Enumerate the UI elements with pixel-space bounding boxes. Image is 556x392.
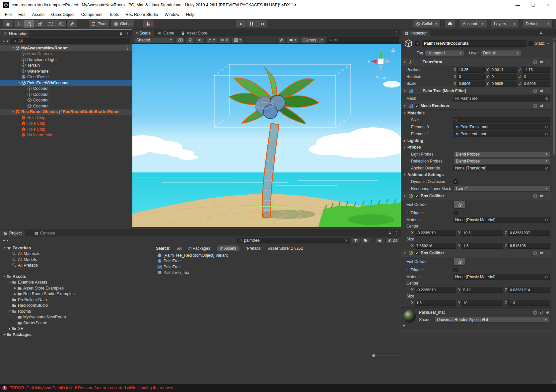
tab-hierarchy[interactable]: Hierarchy — [0, 31, 29, 37]
hierarchy-search-input[interactable]: All — [11, 38, 130, 44]
rotation-x-field[interactable]: 0 — [457, 74, 485, 80]
kebab-menu-icon[interactable]: ⋮ — [546, 60, 550, 64]
project-folder-probuilder-data[interactable]: ProBuilder Data — [0, 297, 153, 303]
slider-knob[interactable] — [372, 354, 375, 357]
move-tool-button[interactable] — [13, 20, 24, 28]
menu-gameobject[interactable]: GameObject — [48, 10, 78, 19]
scroll-up-icon[interactable]: ▲ — [552, 37, 556, 40]
prefab-filter-tag[interactable]: 'Prefabs' — [246, 246, 261, 251]
lighting-toggle-button[interactable] — [186, 37, 194, 43]
menu-edit[interactable]: Edit — [15, 10, 29, 19]
grid-snap-button[interactable] — [143, 20, 154, 28]
scale-y-field[interactable]: 0.9905 — [490, 81, 518, 87]
cloud-button[interactable] — [445, 20, 456, 28]
scene-camera-dropdown[interactable]: ▼ — [287, 37, 299, 43]
kebab-menu-icon[interactable]: ⋮ — [126, 31, 130, 36]
is-trigger-checkbox[interactable] — [453, 268, 458, 272]
rotation-y-field[interactable]: 0 — [490, 74, 518, 80]
expand-arrow-icon[interactable]: ▼ — [3, 246, 7, 249]
shading-mode-dropdown[interactable]: Shaded▼ — [134, 37, 174, 43]
center-z-field[interactable]: 0.03581214 — [508, 287, 550, 293]
expand-arrow-icon[interactable]: ▼ — [17, 81, 21, 84]
probes-foldout[interactable]: ▼Probes — [401, 144, 552, 151]
component-enabled-checkbox[interactable]: ✓ — [415, 104, 419, 108]
object-picker-icon[interactable]: ⊙ — [545, 275, 548, 279]
scene-search-input[interactable]: All — [327, 37, 399, 43]
tag-dropdown[interactable]: Untagged▼ — [425, 50, 464, 56]
hierarchy-item-rec-room-objects-recroomstudiostarterroom[interactable]: ▼Rec Room Objects (^RecRoomStudioStarter… — [0, 109, 132, 115]
presets-icon[interactable]: ⇄ — [540, 103, 543, 108]
hierarchy-item-role-chip[interactable]: Role Chip — [0, 121, 132, 127]
center-y-field[interactable]: 10.5 — [461, 230, 503, 236]
search-by-type-button[interactable] — [352, 237, 360, 243]
maximize-button[interactable]: □ — [525, 0, 541, 10]
asset-store-count[interactable]: Asset Store: 27/252 — [268, 246, 303, 251]
materials-size-field[interactable]: 2 — [453, 117, 550, 123]
rendering-layer-dropdown[interactable]: Layer1▼ — [453, 186, 550, 192]
foldout-arrow-icon[interactable]: ▼ — [403, 252, 407, 255]
search-scope-in-packages[interactable]: In Packages — [188, 246, 210, 251]
tab-asset-store[interactable]: Asset Store — [177, 30, 211, 36]
mesh-renderer-component-header[interactable]: ▼ ✓ Mesh Renderer ?⇄⋮ — [401, 102, 552, 110]
tab-project[interactable]: Project — [0, 230, 25, 236]
hand-tool-button[interactable] — [3, 20, 13, 28]
scale-z-field[interactable]: 0.9905 — [522, 81, 550, 87]
scrollbar-thumb[interactable] — [553, 42, 555, 155]
layer-dropdown[interactable]: Default▼ — [481, 50, 521, 56]
project-folder-asset-store-examples[interactable]: ▶Asset Store Examples — [0, 285, 153, 291]
center-y-field[interactable]: 5.12 — [461, 287, 503, 293]
project-folder-packages[interactable]: ▶Packages — [0, 332, 153, 338]
create-menu-button[interactable]: +▼ — [2, 38, 10, 44]
gear-icon[interactable]: ⚙ — [546, 310, 549, 315]
size-y-field[interactable]: 10 — [461, 300, 503, 306]
tab-console[interactable]: Console — [31, 230, 58, 236]
project-folder-myawesomenewroom[interactable]: MyAwesomeNewRoom — [0, 314, 153, 320]
hierarchy-item-coconut[interactable]: Coconut — [0, 86, 132, 92]
presets-icon[interactable]: ⇄ — [540, 89, 543, 93]
hierarchy-item-role-chip[interactable]: Role Chip — [0, 126, 132, 132]
menu-help[interactable]: Help — [183, 10, 198, 19]
result-palmtree-recroomobject-variant[interactable]: [PalmTree_RecRoomObject] Variant — [153, 252, 401, 258]
active-checkbox[interactable]: ✓ — [415, 41, 420, 46]
grid-visual-dropdown[interactable]: ▼ — [232, 37, 243, 43]
object-picker-icon[interactable]: ⊙ — [545, 125, 548, 129]
kebab-menu-icon[interactable]: ⋮ — [394, 230, 398, 235]
foldout-arrow-icon[interactable]: ▼ — [403, 104, 407, 107]
reflection-probes-dropdown[interactable]: Blend Probes▼ — [453, 158, 550, 164]
menu-component[interactable]: Component — [78, 10, 106, 19]
box-collider-component-header[interactable]: ▼ ✓ Box Collider ?⇄⋮ — [401, 249, 552, 257]
element-0-object-field[interactable]: PalmTrunk_mat⊙ — [453, 124, 550, 130]
search-by-label-button[interactable] — [362, 237, 370, 243]
favorites-root[interactable]: ▼Favorites — [0, 245, 153, 251]
hierarchy-item-myawesomenewroom[interactable]: ▼MyAwesomeNewRoom*⋮ — [0, 45, 132, 51]
help-icon[interactable]: ? — [533, 104, 537, 108]
collider-material-object-field[interactable]: None (Physic Material)⊙ — [453, 217, 550, 223]
result-palmtree-tex[interactable]: PalmTree_Tex — [153, 270, 401, 276]
center-z-field[interactable]: 0.03581237 — [508, 230, 550, 236]
help-icon[interactable]: ? — [533, 251, 537, 255]
expand-arrow-icon[interactable]: ▶ — [13, 293, 17, 295]
hierarchy-item-clouddome[interactable]: CloudDome — [0, 74, 132, 80]
hierarchy-item-coconut[interactable]: Coconut — [0, 92, 132, 98]
global-toggle-button[interactable]: Global — [111, 20, 135, 28]
hierarchy-item-palmtreewithcoconuts[interactable]: ▼PalmTreeWithCoconuts — [0, 80, 132, 86]
search-scope-all[interactable]: All — [177, 246, 181, 251]
expand-arrow-icon[interactable]: ▶ — [13, 287, 17, 290]
scene-tools-button[interactable] — [277, 37, 286, 43]
size-x-field[interactable]: 1.3 — [415, 300, 456, 306]
close-button[interactable]: × — [541, 0, 556, 10]
scroll-down-icon[interactable]: ▼ — [552, 380, 556, 383]
play-button[interactable] — [236, 20, 246, 28]
project-folder-example-assets[interactable]: ▼Example Assets — [0, 280, 153, 286]
lighting-foldout[interactable]: ▶Lighting — [401, 137, 552, 144]
hierarchy-item-waterplane[interactable]: WaterPlane — [0, 68, 132, 74]
lock-icon[interactable] — [539, 31, 543, 35]
layers-dropdown[interactable]: Layers▼ — [491, 20, 519, 28]
kebab-menu-icon[interactable]: ⋮ — [546, 103, 550, 108]
presets-icon[interactable]: ⇄ — [540, 60, 543, 64]
tab-inspector[interactable]: Inspector — [401, 30, 430, 36]
pivot-toggle-button[interactable]: Pivot — [88, 20, 109, 28]
gizmos-dropdown[interactable]: Gizmos▼ — [300, 37, 325, 43]
hierarchy-item-role-chip[interactable]: Role Chip — [0, 115, 132, 121]
edit-collider-button[interactable] — [453, 258, 465, 266]
